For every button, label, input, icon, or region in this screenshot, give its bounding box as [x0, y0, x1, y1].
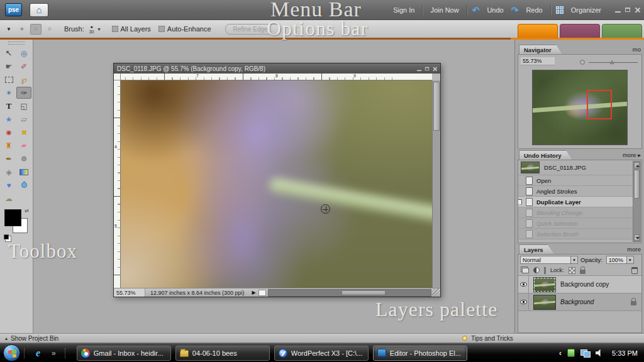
sign-in-link[interactable]: Sign In	[391, 6, 417, 14]
layer-row[interactable]: Background	[518, 293, 641, 311]
share-tab[interactable]	[602, 24, 642, 38]
document-canvas[interactable]	[121, 80, 432, 288]
scroll-down-icon[interactable]	[634, 234, 640, 241]
doc-close-icon[interactable]	[433, 66, 437, 70]
start-button[interactable]	[3, 344, 20, 361]
history-item[interactable]: Duplicate Layer	[518, 197, 633, 207]
tray-chevron-icon[interactable]: ‹	[559, 348, 562, 358]
selection-brush-tool[interactable]: ✑	[16, 87, 31, 99]
blur-tool[interactable]	[16, 179, 31, 191]
hscroll-thumb[interactable]	[341, 290, 386, 295]
default-colors-icon[interactable]	[4, 234, 9, 239]
edit-tab[interactable]	[518, 24, 558, 38]
navigator-more-button[interactable]: mo	[633, 46, 641, 53]
brush-preview[interactable]: ● 30	[89, 25, 94, 34]
vscroll-thumb[interactable]	[433, 82, 440, 131]
add-to-selection-icon[interactable]: ✧	[30, 24, 42, 35]
doc-restore-icon[interactable]	[425, 67, 429, 70]
lock-transparency-icon[interactable]	[569, 267, 575, 274]
show-project-bin-button[interactable]: Show Project Bin	[11, 335, 58, 342]
resize-grip[interactable]	[432, 288, 440, 297]
link-layers-icon[interactable]	[544, 267, 546, 274]
auto-enhance-checkbox[interactable]	[158, 26, 165, 32]
zoom-level-field[interactable]: 55.73%	[114, 288, 145, 297]
history-scrollbar[interactable]	[633, 161, 641, 242]
home-button[interactable]: ⌂	[30, 3, 48, 17]
scroll-up-icon[interactable]	[634, 162, 640, 168]
undo-history-tab[interactable]: Undo History	[519, 150, 572, 160]
type-tool[interactable]: T	[1, 100, 16, 112]
hand-tool[interactable]: ☛	[1, 60, 16, 72]
undo-history-more-button[interactable]: more ▸	[623, 151, 641, 158]
history-item[interactable]: DSC_0118.JPG	[518, 160, 633, 175]
close-icon[interactable]	[635, 7, 640, 13]
foreground-color-swatch[interactable]	[4, 209, 21, 226]
taskbar-button[interactable]: Editor - Photoshop El...	[373, 346, 467, 361]
navigator-zoom-field[interactable]: 55.73%	[521, 57, 555, 65]
lock-all-icon[interactable]	[580, 270, 586, 274]
clock[interactable]: 5:33 PM	[612, 349, 638, 357]
horizontal-scrollbar[interactable]	[268, 289, 431, 297]
visibility-cell[interactable]	[518, 293, 529, 310]
navigator-tab[interactable]: Navigator	[519, 45, 562, 54]
document-title-bar[interactable]: DSC_0118.JPG @ 55.7% (Background copy, R…	[114, 63, 440, 74]
pse-logo[interactable]: pse	[5, 3, 22, 16]
healing-brush-tool[interactable]: ✚	[16, 126, 31, 138]
create-tab[interactable]	[560, 24, 600, 38]
eyedropper-tool[interactable]: ✐	[16, 60, 31, 72]
straighten-tool[interactable]: ▱	[16, 113, 31, 125]
brush-tool[interactable]: ✒	[1, 153, 16, 165]
doc-minimize-icon[interactable]	[417, 67, 421, 70]
visibility-cell[interactable]	[518, 276, 529, 293]
gradient-tool[interactable]	[16, 166, 31, 178]
subtract-from-selection-icon[interactable]: ✧	[44, 24, 55, 35]
quick-launch-chevron-icon[interactable]: »	[52, 349, 56, 358]
navigator-thumbnail[interactable]	[532, 70, 628, 145]
network-icon[interactable]	[580, 349, 590, 357]
zoom-tool[interactable]: ◎	[16, 47, 31, 59]
undo-button[interactable]: Undo	[484, 6, 506, 14]
redo-button[interactable]: Redo	[523, 6, 545, 14]
tray-messenger-icon[interactable]	[567, 349, 575, 357]
swap-colors-icon[interactable]: ⇄	[25, 208, 29, 214]
refine-edge-button[interactable]: Refine Edge...	[225, 24, 281, 35]
layers-more-button[interactable]: more	[627, 246, 641, 253]
internet-explorer-icon[interactable]: e	[36, 348, 40, 359]
history-item[interactable]: Selection Brush	[518, 229, 633, 239]
blend-mode-dropdown[interactable]: Normal ▾	[520, 256, 578, 264]
join-now-link[interactable]: Join Now	[428, 6, 461, 14]
slider-thumb-icon[interactable]: △	[610, 59, 614, 65]
restore-icon[interactable]	[625, 8, 630, 12]
lasso-tool[interactable]: ℘	[16, 74, 31, 85]
paint-bucket-tool[interactable]: ◈	[1, 166, 16, 178]
navigator-view-rectangle[interactable]	[587, 90, 613, 119]
clone-stamp-tool[interactable]: ♜	[1, 140, 16, 151]
history-scroll-thumb[interactable]	[634, 170, 640, 199]
taskbar-button[interactable]: Gmail - Inbox - heidir...	[77, 346, 171, 361]
history-item[interactable]: Angled Strokes	[518, 186, 633, 197]
brush-dropdown-icon[interactable]: ▾	[98, 26, 101, 32]
history-item[interactable]: Open	[518, 175, 633, 186]
cookie-cutter-tool[interactable]: ★	[1, 113, 16, 125]
history-item[interactable]: Blending Change	[518, 207, 633, 218]
vertical-scrollbar[interactable]	[432, 80, 440, 288]
marquee-tool[interactable]	[1, 74, 16, 85]
quick-selection-tool[interactable]: ✶	[1, 87, 16, 99]
layer-row[interactable]: Background copy	[518, 276, 641, 293]
delete-layer-icon[interactable]	[631, 267, 638, 274]
taskbar-button[interactable]: WordPerfect X3 - [C:\...	[274, 346, 369, 361]
taskbar-button[interactable]: 04-06-10 bees	[175, 346, 270, 361]
tips-and-tricks[interactable]: Tips and Tricks	[462, 335, 513, 342]
red-eye-tool[interactable]: ◉	[1, 126, 16, 138]
all-layers-checkbox[interactable]	[112, 26, 118, 32]
navigator-zoom-slider[interactable]: △	[580, 59, 638, 65]
new-selection-icon[interactable]: ✦	[16, 24, 28, 35]
shape-tool[interactable]: ♥	[1, 179, 16, 191]
minimize-icon[interactable]	[615, 8, 621, 13]
zoom-out-icon[interactable]	[580, 60, 585, 65]
eraser-tool[interactable]: ▰	[16, 140, 31, 151]
smart-brush-tool[interactable]: ❁	[16, 153, 31, 165]
move-tool[interactable]: ↖	[1, 47, 16, 59]
organizer-button[interactable]: Organizer	[569, 6, 604, 14]
quick-launch-grip[interactable]	[24, 348, 26, 358]
